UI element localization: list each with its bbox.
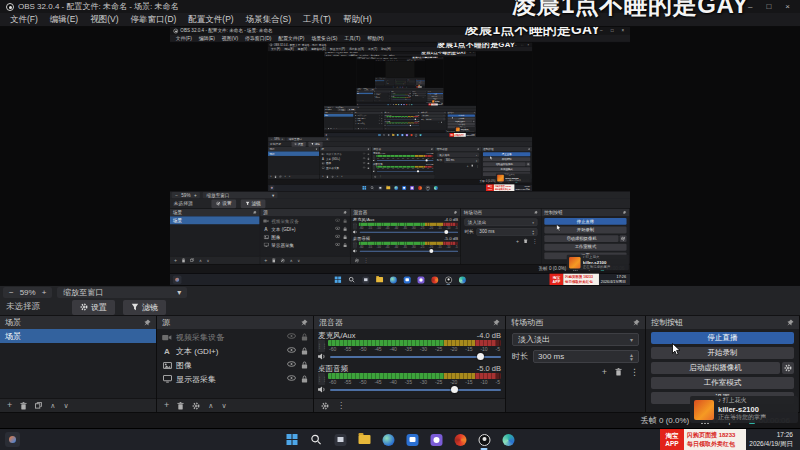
source-filters-button[interactable]: 滤镜 [241, 199, 266, 208]
pin-icon[interactable] [301, 319, 308, 326]
widgets-icon[interactable] [375, 87, 376, 88]
taskbar-clock[interactable]: 17:26 2026/4/19/周日 [746, 429, 800, 450]
start-virtual-camera-button[interactable]: 启动虚拟摄像机 [544, 235, 618, 242]
virtual-camera-settings-button[interactable] [620, 235, 627, 242]
remove-transition-button[interactable] [524, 239, 528, 244]
source-item-text[interactable]: A 文本 (GDI+) [260, 225, 350, 233]
mixer-menu-button[interactable]: ⋮ [364, 258, 369, 263]
mute-toggle-speaker-icon[interactable] [318, 386, 326, 393]
volume-slider[interactable] [387, 118, 420, 120]
lock-icon[interactable] [343, 243, 347, 248]
remove-scene-button[interactable] [182, 258, 186, 263]
transition-menu-button[interactable]: ⋮ [476, 164, 479, 167]
pin-icon[interactable] [633, 319, 640, 326]
volume-slider[interactable] [360, 248, 458, 253]
task-view-icon[interactable] [333, 432, 348, 447]
pin-icon[interactable] [144, 319, 151, 326]
add-source-button[interactable]: + [355, 128, 356, 130]
app-purple-icon[interactable] [403, 104, 405, 106]
source-item-video-capture[interactable]: 视频采集设备 [260, 217, 350, 225]
task-view-icon[interactable] [378, 185, 383, 190]
add-source-button[interactable]: + [264, 258, 267, 263]
remove-scene-button[interactable] [274, 175, 276, 178]
store-icon[interactable] [401, 134, 404, 137]
scene-down-button[interactable]: ∨ [289, 175, 291, 177]
add-transition-button[interactable]: + [467, 164, 469, 167]
spinner-arrows-icon[interactable]: ▲▼ [476, 159, 478, 162]
file-explorer-icon[interactable] [395, 104, 397, 106]
mixer-settings-button[interactable] [385, 128, 387, 130]
transition-menu-button[interactable]: ⋮ [532, 238, 537, 244]
taskbar-clock[interactable]: 17:26 2026/4/19/周日 [514, 184, 532, 191]
eye-icon[interactable] [287, 347, 296, 353]
volume-slider[interactable] [396, 84, 407, 85]
duplicate-scene-button[interactable] [360, 101, 361, 102]
spinner-arrows-icon[interactable]: ▲▼ [629, 353, 634, 361]
volume-slider[interactable] [377, 170, 434, 173]
app-purple-icon[interactable] [405, 134, 408, 137]
preview-area[interactable]: OBS 32.0.4 - 配置文件: 未命名 - 场景: 未命名 – □ × 文… [356, 60, 443, 88]
close-button[interactable]: × [442, 57, 443, 58]
start-virtual-camera-button[interactable]: 启动虚拟摄像机 [483, 162, 526, 166]
app-pinwheel-icon[interactable] [430, 275, 439, 284]
source-filters-button[interactable]: 滤镜 [123, 300, 166, 315]
zoom-fit-dropdown[interactable]: 缩放至窗口 ▾ [287, 137, 330, 141]
source-settings-button[interactable]: 设置 [72, 300, 115, 315]
channel-options-handle[interactable]: ⋮⋮ [318, 340, 325, 352]
file-explorer-icon[interactable] [375, 275, 384, 284]
menu-file[interactable]: 文件(F) [4, 13, 44, 27]
scene-item[interactable]: 场景 [268, 151, 320, 156]
add-scene-button[interactable]: + [174, 258, 177, 263]
maximize-button[interactable]: □ [470, 52, 471, 54]
source-properties-button[interactable] [331, 175, 334, 178]
source-up-button[interactable]: ∧ [208, 402, 213, 409]
lock-icon[interactable] [381, 120, 382, 122]
edge-icon[interactable] [389, 275, 398, 284]
search-icon[interactable] [383, 134, 386, 137]
browser-teal-icon[interactable] [406, 87, 407, 88]
source-down-button[interactable]: ∨ [341, 175, 343, 177]
eye-icon[interactable] [335, 218, 340, 221]
pin-icon[interactable] [431, 148, 433, 150]
duplicate-scene-button[interactable] [331, 128, 332, 129]
media-notification[interactable]: ♪ 打上花火 killer-s2100 正在等待您的掌声 [567, 255, 629, 271]
taskbar-clock[interactable]: 17:26 2026/4/19/周日 [422, 87, 425, 88]
lock-icon[interactable] [367, 153, 369, 156]
source-item-display-capture[interactable]: 显示器采集 [157, 372, 313, 386]
duration-spinner[interactable]: 300 ms ▲▼ [425, 118, 445, 120]
mixer-settings-button[interactable] [321, 402, 329, 410]
lock-icon[interactable] [367, 157, 369, 160]
source-settings-button[interactable]: 设置 [292, 142, 306, 147]
source-filters-button[interactable]: 滤镜 [308, 142, 322, 147]
pin-icon[interactable] [315, 148, 317, 150]
pin-icon[interactable] [534, 210, 538, 214]
app-pinwheel-icon[interactable] [417, 185, 422, 190]
pin-icon[interactable] [253, 210, 257, 214]
remove-source-button[interactable] [272, 258, 276, 263]
volume-slider-handle[interactable] [415, 119, 416, 120]
app-purple-icon[interactable] [409, 185, 414, 190]
eye-icon[interactable] [287, 333, 296, 339]
search-icon[interactable] [370, 185, 375, 190]
maximize-button[interactable]: □ [440, 57, 441, 58]
browser-teal-icon[interactable] [411, 104, 413, 106]
zoom-in-button[interactable]: + [42, 288, 47, 297]
source-item-display-capture[interactable]: 显示器采集 [320, 166, 372, 171]
eye-icon[interactable] [379, 123, 381, 124]
volume-slider-handle[interactable] [430, 249, 434, 253]
source-down-button[interactable]: ∨ [297, 258, 300, 262]
channel-options-handle[interactable]: ⋮⋮ [318, 373, 325, 385]
store-icon[interactable] [405, 432, 420, 447]
file-explorer-icon[interactable] [357, 432, 372, 447]
task-view-icon[interactable] [387, 134, 390, 137]
scene-item[interactable]: 场景 [356, 93, 373, 95]
spinner-arrows-icon[interactable]: ▲▼ [532, 230, 535, 235]
remove-scene-button[interactable] [328, 128, 329, 130]
zoom-in-button[interactable]: + [282, 138, 284, 141]
add-scene-button[interactable]: + [270, 175, 272, 178]
maximize-button[interactable]: □ [611, 28, 614, 33]
source-properties-button[interactable] [281, 258, 286, 263]
lock-icon[interactable] [301, 375, 308, 383]
close-button[interactable]: × [785, 2, 790, 11]
source-item-image[interactable]: 图像 [157, 358, 313, 372]
